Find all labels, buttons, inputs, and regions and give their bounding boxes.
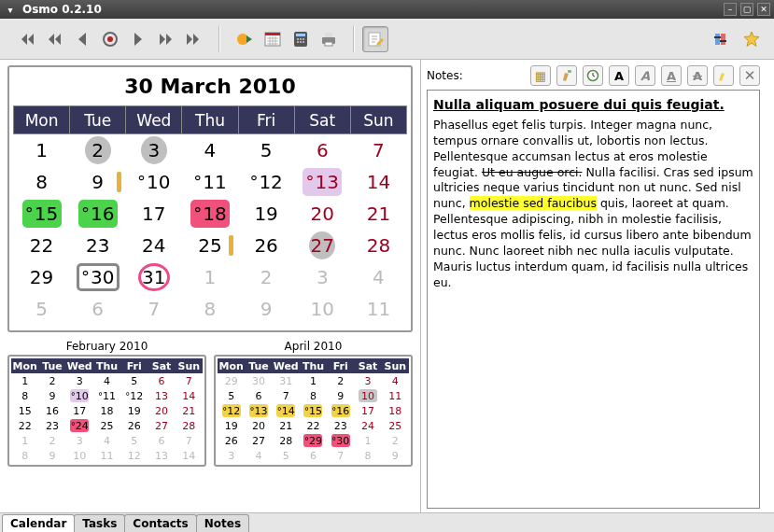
insert-time-button[interactable] (583, 65, 603, 86)
italic-button[interactable]: A (635, 65, 655, 86)
day-cell[interactable]: 21 (350, 198, 406, 230)
day-cell[interactable]: 9 (238, 293, 294, 325)
day-cell[interactable]: 18 (182, 198, 238, 230)
day-cell[interactable]: 2 (70, 134, 126, 166)
day-cell[interactable]: 15 (14, 198, 70, 230)
mini-day-cell[interactable]: 6 (148, 373, 175, 388)
day-cell[interactable]: 28 (350, 230, 406, 261)
mini-day-cell[interactable]: 12 (218, 403, 245, 418)
tab-notes[interactable]: Notes (196, 514, 249, 532)
mini-day-cell[interactable]: 20 (245, 418, 272, 433)
mini-day-cell[interactable]: 28 (176, 418, 203, 433)
mini-day-cell[interactable]: 3 (354, 373, 381, 388)
day-cell[interactable]: 11 (350, 293, 406, 325)
full-year-button[interactable] (260, 26, 286, 52)
mini-day-cell[interactable]: 26 (218, 433, 245, 448)
app-menu-icon[interactable]: ▾ (4, 3, 17, 16)
mini-day-cell[interactable]: 14 (273, 403, 300, 418)
day-cell[interactable]: 13 (294, 166, 350, 198)
mini-day-cell[interactable]: 30 (327, 433, 354, 448)
day-cell[interactable]: 2 (238, 261, 294, 293)
mini-day-cell[interactable]: 26 (120, 418, 148, 433)
close-button[interactable]: ✕ (757, 3, 770, 16)
mini-day-cell[interactable]: 14 (176, 388, 203, 403)
mini-day-cell[interactable]: 4 (93, 433, 120, 448)
mini-day-cell[interactable]: 25 (93, 418, 120, 433)
mini-day-cell[interactable]: 31 (273, 373, 300, 388)
mini-day-cell[interactable]: 1 (11, 373, 38, 388)
day-cell[interactable]: 19 (238, 198, 294, 230)
mini-day-cell[interactable]: 9 (38, 388, 65, 403)
day-cell[interactable]: 25 (182, 230, 238, 261)
mini-day-cell[interactable]: 4 (93, 373, 120, 388)
mini-day-cell[interactable]: 24 (66, 418, 93, 433)
prev-month-button[interactable] (69, 26, 95, 52)
day-cell[interactable]: 8 (182, 293, 238, 325)
mini-day-cell[interactable]: 6 (148, 433, 175, 448)
mini-day-cell[interactable]: 1 (300, 373, 327, 388)
mini-day-cell[interactable]: 10 (66, 388, 93, 403)
mini-day-cell[interactable]: 10 (66, 448, 93, 463)
mini-day-cell[interactable]: 29 (300, 433, 327, 448)
close-note-button[interactable]: ✕ (739, 65, 760, 86)
mini-day-cell[interactable]: 13 (148, 448, 175, 463)
mini-day-cell[interactable]: 5 (218, 388, 245, 403)
mini-day-cell[interactable]: 3 (218, 448, 245, 463)
bold-button[interactable]: A (609, 65, 629, 86)
mini-calendar[interactable]: MonTueWedThuFriSatSun1234567891011121314… (11, 358, 203, 463)
edit-note-button[interactable] (362, 26, 388, 52)
mini-day-cell[interactable]: 21 (273, 418, 300, 433)
highlight-button[interactable] (713, 65, 734, 86)
mini-day-cell[interactable]: 13 (245, 403, 272, 418)
day-cell[interactable]: 3 (294, 261, 350, 293)
mini-day-cell[interactable]: 19 (120, 403, 148, 418)
mini-day-cell[interactable]: 1 (11, 433, 38, 448)
day-cell[interactable]: 4 (350, 261, 406, 293)
mini-day-cell[interactable]: 2 (38, 433, 65, 448)
mini-day-cell[interactable]: 25 (382, 418, 409, 433)
underline-button[interactable]: A (661, 65, 682, 86)
mini-day-cell[interactable]: 10 (354, 388, 381, 403)
day-cell[interactable]: 12 (238, 166, 294, 198)
mini-day-cell[interactable]: 7 (176, 433, 203, 448)
mini-day-cell[interactable]: 22 (300, 418, 327, 433)
note-editor[interactable]: Nulla aliquam posuere dui quis feugiat. … (427, 90, 760, 509)
day-cell[interactable]: 26 (238, 230, 294, 261)
mini-day-cell[interactable]: 3 (66, 433, 93, 448)
preferences-button[interactable] (709, 26, 735, 52)
mini-day-cell[interactable]: 8 (11, 388, 38, 403)
tab-tasks[interactable]: Tasks (74, 514, 125, 532)
mini-day-cell[interactable]: 2 (382, 433, 409, 448)
strike-button[interactable]: A (687, 65, 708, 86)
day-cell[interactable]: 1 (14, 134, 70, 166)
mini-day-cell[interactable]: 9 (327, 388, 354, 403)
tab-contacts[interactable]: Contacts (124, 514, 196, 532)
day-cell[interactable]: 14 (350, 166, 406, 198)
date-calculator-button[interactable] (288, 26, 314, 52)
mini-day-cell[interactable]: 14 (176, 448, 203, 463)
first-year-button[interactable] (13, 26, 39, 52)
mini-day-cell[interactable]: 16 (327, 403, 354, 418)
mini-day-cell[interactable]: 23 (38, 418, 65, 433)
day-cell[interactable]: 5 (14, 293, 70, 325)
mini-day-cell[interactable]: 30 (245, 373, 272, 388)
select-date-button[interactable]: ▦ (530, 65, 551, 86)
mini-day-cell[interactable]: 9 (382, 448, 409, 463)
mini-day-cell[interactable]: 27 (245, 433, 272, 448)
mini-day-cell[interactable]: 5 (273, 448, 300, 463)
mini-day-cell[interactable]: 15 (11, 403, 38, 418)
day-cell[interactable]: 29 (14, 261, 70, 293)
mini-day-cell[interactable]: 27 (148, 418, 175, 433)
mini-day-cell[interactable]: 5 (120, 373, 148, 388)
jump-to-date-button[interactable] (232, 26, 258, 52)
mini-day-cell[interactable]: 4 (382, 373, 409, 388)
tab-calendar[interactable]: Calendar (2, 514, 75, 532)
mini-day-cell[interactable]: 7 (273, 388, 300, 403)
clear-format-button[interactable] (556, 65, 577, 86)
mini-day-cell[interactable]: 2 (327, 373, 354, 388)
mini-day-cell[interactable]: 13 (148, 388, 175, 403)
mini-day-cell[interactable]: 3 (66, 373, 93, 388)
mini-day-cell[interactable]: 29 (218, 373, 245, 388)
day-cell[interactable]: 27 (294, 230, 350, 261)
mini-day-cell[interactable]: 7 (327, 448, 354, 463)
